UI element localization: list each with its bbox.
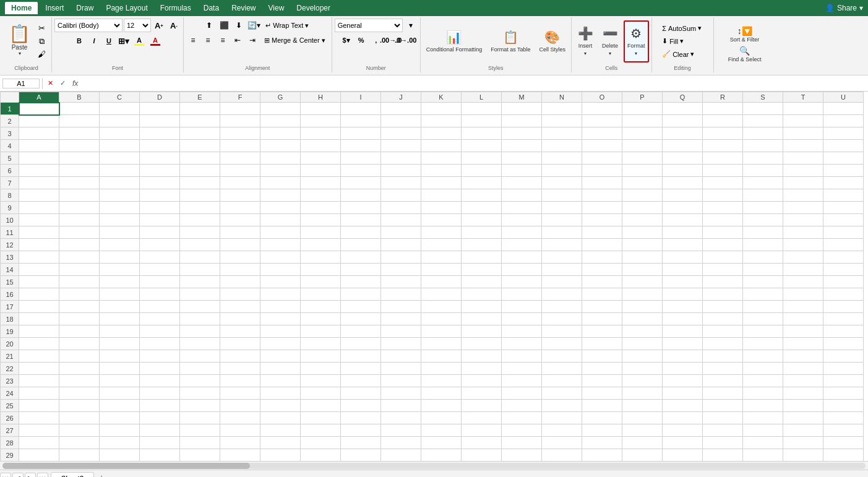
cell-I16[interactable] [341, 288, 381, 301]
cell-reference-box[interactable] [2, 79, 40, 88]
cell-S8[interactable] [743, 189, 783, 202]
cell-E12[interactable] [180, 239, 220, 251]
cell-O7[interactable] [582, 177, 622, 189]
cell-J24[interactable] [381, 387, 421, 400]
cell-S2[interactable] [743, 115, 783, 127]
cell-K29[interactable] [421, 449, 462, 462]
cell-I13[interactable] [341, 251, 381, 264]
cell-I1[interactable] [341, 103, 381, 115]
cell-S3[interactable] [743, 127, 783, 140]
cell-U27[interactable] [823, 424, 864, 437]
first-sheet-button[interactable]: ⏮ [0, 473, 11, 478]
col-header-A[interactable]: A [19, 92, 59, 103]
cell-R11[interactable] [703, 226, 743, 239]
fill-button[interactable]: ⬇ Fill ▾ [658, 35, 707, 47]
cell-L13[interactable] [462, 251, 502, 264]
cell-C2[interactable] [100, 115, 140, 127]
cell-U4[interactable] [823, 140, 864, 152]
cell-T17[interactable] [783, 301, 823, 313]
cell-S9[interactable] [743, 202, 783, 214]
cell-O8[interactable] [582, 189, 622, 202]
cell-D10[interactable] [140, 214, 180, 226]
row-number-16[interactable]: 16 [1, 288, 19, 301]
cell-G13[interactable] [260, 251, 301, 264]
cell-F14[interactable] [220, 264, 260, 276]
cell-P12[interactable] [622, 239, 663, 251]
cell-T28[interactable] [783, 437, 823, 449]
increase-indent-button[interactable]: ⇥ [246, 33, 259, 47]
cell-P8[interactable] [622, 189, 663, 202]
cell-C5[interactable] [100, 152, 140, 165]
cell-R23[interactable] [703, 375, 743, 387]
cell-styles-button[interactable]: 🎨 Cell Styles [536, 20, 569, 62]
cell-F19[interactable] [220, 325, 260, 338]
cell-E6[interactable] [180, 165, 220, 177]
cell-Q2[interactable] [663, 115, 703, 127]
col-header-G[interactable]: G [260, 92, 301, 103]
menu-draw[interactable]: Draw [70, 2, 100, 14]
cell-Q7[interactable] [663, 177, 703, 189]
cell-Q5[interactable] [663, 152, 703, 165]
cell-P21[interactable] [622, 350, 663, 363]
cell-Q15[interactable] [663, 276, 703, 288]
menu-view[interactable]: View [262, 2, 291, 14]
cell-M26[interactable] [502, 412, 542, 424]
cell-D13[interactable] [140, 251, 180, 264]
cell-F11[interactable] [220, 226, 260, 239]
cell-R12[interactable] [703, 239, 743, 251]
sheet-area[interactable]: ABCDEFGHIJKLMNOPQRSTU 123456789101112131… [0, 92, 868, 461]
cell-I5[interactable] [341, 152, 381, 165]
menu-developer[interactable]: Developer [290, 2, 337, 14]
cell-N28[interactable] [542, 437, 582, 449]
cell-B3[interactable] [59, 127, 100, 140]
cell-J26[interactable] [381, 412, 421, 424]
menu-data[interactable]: Data [197, 2, 225, 14]
row-number-21[interactable]: 21 [1, 350, 19, 363]
align-bottom-button[interactable]: ⬇ [232, 19, 246, 32]
cancel-formula-button[interactable]: ✕ [45, 79, 55, 87]
row-number-10[interactable]: 10 [1, 214, 19, 226]
scrollbar-thumb[interactable] [2, 463, 250, 469]
cell-S4[interactable] [743, 140, 783, 152]
cell-F29[interactable] [220, 449, 260, 462]
cell-K6[interactable] [421, 165, 462, 177]
cell-A10[interactable] [19, 214, 59, 226]
cell-O19[interactable] [582, 325, 622, 338]
cell-M22[interactable] [502, 363, 542, 375]
cell-D6[interactable] [140, 165, 180, 177]
cell-S24[interactable] [743, 387, 783, 400]
col-header-C[interactable]: C [100, 92, 140, 103]
horizontal-scrollbar[interactable] [0, 461, 868, 470]
cell-M5[interactable] [502, 152, 542, 165]
cell-A3[interactable] [19, 127, 59, 140]
cell-C14[interactable] [100, 264, 140, 276]
cell-D3[interactable] [140, 127, 180, 140]
cell-K10[interactable] [421, 214, 462, 226]
cell-H7[interactable] [301, 177, 341, 189]
cell-I19[interactable] [341, 325, 381, 338]
cell-P17[interactable] [622, 301, 663, 313]
cell-S5[interactable] [743, 152, 783, 165]
cell-O11[interactable] [582, 226, 622, 239]
cell-S28[interactable] [743, 437, 783, 449]
cell-K1[interactable] [421, 103, 462, 115]
cell-B12[interactable] [59, 239, 100, 251]
cell-A26[interactable] [19, 412, 59, 424]
cell-T24[interactable] [783, 387, 823, 400]
cell-G24[interactable] [260, 387, 301, 400]
cell-K15[interactable] [421, 276, 462, 288]
row-number-26[interactable]: 26 [1, 412, 19, 424]
cell-S10[interactable] [743, 214, 783, 226]
cell-S27[interactable] [743, 424, 783, 437]
cell-O20[interactable] [582, 338, 622, 350]
cell-H22[interactable] [301, 363, 341, 375]
insert-button[interactable]: ➕ Insert ▾ [574, 20, 596, 62]
cell-N22[interactable] [542, 363, 582, 375]
cell-S21[interactable] [743, 350, 783, 363]
cell-G12[interactable] [260, 239, 301, 251]
cell-E1[interactable] [180, 103, 220, 115]
row-number-14[interactable]: 14 [1, 264, 19, 276]
col-header-S[interactable]: S [743, 92, 783, 103]
cell-U11[interactable] [823, 226, 864, 239]
cell-N26[interactable] [542, 412, 582, 424]
